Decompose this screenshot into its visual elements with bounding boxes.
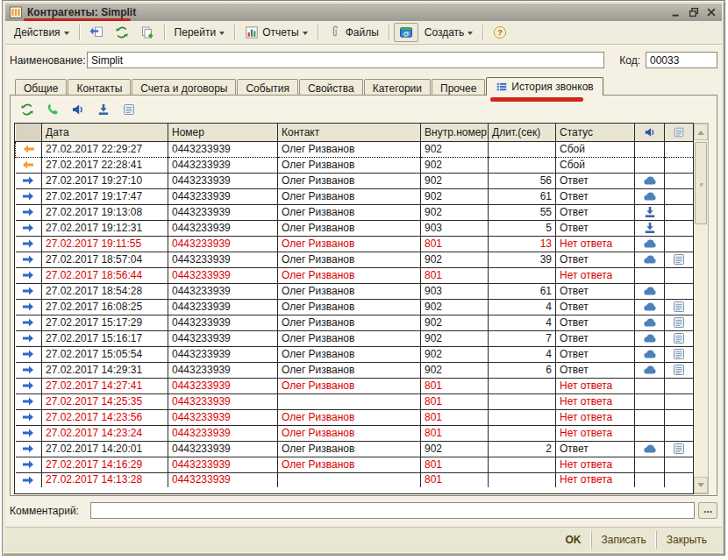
column-header-Статус[interactable]: Статус	[556, 124, 635, 141]
note-cell[interactable]	[665, 330, 694, 346]
call-row[interactable]: 27.02.2017 15:05:540443233939Олег Ризван…	[16, 346, 694, 362]
reports-menu-button[interactable]: Отчеты	[239, 23, 312, 42]
column-header-speaker-icon[interactable]	[635, 124, 665, 141]
tab-sobytiya[interactable]: События	[237, 79, 298, 95]
title-bar[interactable]: Контрагенты: Simplit	[5, 4, 722, 21]
copy-button[interactable]	[135, 23, 160, 42]
call-status: Ответ	[556, 441, 635, 457]
note-cell[interactable]	[665, 346, 694, 362]
listen-button[interactable]	[69, 101, 87, 118]
column-header-Номер[interactable]: Номер	[168, 124, 278, 141]
call-row[interactable]: 27.02.2017 16:08:250443233939Олег Ризван…	[16, 299, 694, 315]
ok-button[interactable]: OK	[556, 531, 591, 549]
download-record-button[interactable]	[95, 101, 112, 118]
cloud-icon	[643, 442, 657, 456]
call-date: 27.02.2017 18:56:44	[42, 267, 168, 283]
outgoing-arrow-icon	[21, 205, 35, 219]
tab-kontakty[interactable]: Контакты	[68, 79, 131, 95]
scrollbar-track[interactable]	[694, 226, 708, 477]
create-menu-button[interactable]: Создать	[419, 24, 479, 41]
column-header-Длит.(сек)[interactable]: Длит.(сек)	[489, 124, 556, 141]
tab-istoriya-zvonkov[interactable]: История звонков	[486, 77, 603, 96]
call-row[interactable]: 27.02.2017 14:13:280443233939801Нет отве…	[16, 472, 694, 487]
column-header-Контакт[interactable]: Контакт	[278, 124, 421, 141]
note-cell[interactable]	[665, 315, 694, 330]
call-duration: 6	[489, 362, 556, 378]
recording-cell[interactable]	[635, 188, 665, 204]
call-row[interactable]: 27.02.2017 15:17:290443233939Олег Ризван…	[16, 315, 694, 330]
call-row[interactable]: 27.02.2017 18:54:280443233939Олег Ризван…	[16, 283, 694, 299]
note-cell[interactable]	[665, 441, 694, 457]
name-input[interactable]	[87, 52, 604, 68]
recording-cell[interactable]	[635, 220, 665, 236]
note-button[interactable]	[120, 101, 138, 118]
comment-input[interactable]	[90, 502, 695, 519]
code-input[interactable]	[646, 52, 717, 68]
tab-obshchie[interactable]: Общие	[15, 79, 67, 95]
email-button[interactable]	[394, 23, 418, 42]
recording-cell[interactable]	[635, 252, 665, 267]
call-duration	[489, 393, 556, 409]
call-row[interactable]: 27.02.2017 14:25:350443233939801Нет отве…	[16, 393, 694, 409]
goto-menu-button[interactable]: Перейти	[169, 24, 231, 41]
call-row[interactable]: 27.02.2017 14:23:560443233939Олег Ризван…	[16, 409, 694, 425]
call-row[interactable]: 27.02.2017 19:13:080443233939Олег Ризван…	[16, 204, 694, 220]
call-row[interactable]: 27.02.2017 19:12:310443233939Олег Ризван…	[16, 220, 694, 236]
vertical-scrollbar[interactable]	[694, 123, 709, 494]
call-button[interactable]	[44, 101, 61, 118]
call-status: Ответ	[556, 283, 635, 299]
call-row[interactable]: 27.02.2017 19:17:470443233939Олег Ризван…	[16, 188, 694, 204]
call-row[interactable]: 27.02.2017 14:16:290443233939Олег Ризван…	[16, 457, 694, 472]
column-header-Внутр.номер[interactable]: Внутр.номер	[421, 124, 489, 141]
call-row[interactable]: 27.02.2017 14:29:310443233939Олег Ризван…	[16, 362, 694, 378]
scrollbar-thumb[interactable]	[695, 142, 707, 224]
close-button[interactable]	[704, 6, 718, 18]
scroll-up-button[interactable]	[694, 124, 708, 140]
column-header-note-icon[interactable]	[665, 124, 694, 141]
call-row[interactable]: 27.02.2017 14:20:010443233939Олег Ризван…	[16, 441, 694, 457]
column-header-marker[interactable]	[16, 124, 42, 141]
column-header-Дата[interactable]: Дата	[42, 124, 168, 141]
recording-cell[interactable]	[635, 283, 665, 299]
call-row[interactable]: 27.02.2017 14:23:240443233939Олег Ризван…	[16, 425, 694, 441]
call-row[interactable]: 27.02.2017 18:57:040443233939Олег Ризван…	[16, 252, 694, 267]
scroll-down-button[interactable]	[694, 477, 708, 493]
call-row[interactable]: 27.02.2017 19:27:100443233939Олег Ризван…	[16, 173, 694, 188]
tab-scheta-i-dogovory[interactable]: Счета и договоры	[132, 79, 236, 95]
recording-cell[interactable]	[635, 315, 665, 330]
call-row[interactable]: 27.02.2017 22:29:270443233939Олег Ризван…	[16, 141, 694, 157]
refresh-button[interactable]	[110, 23, 134, 42]
note-icon	[672, 315, 686, 330]
comment-more-button[interactable]: ...	[698, 502, 717, 519]
save-button[interactable]: Записать	[591, 531, 656, 549]
recording-cell[interactable]	[635, 299, 665, 315]
tab-kategorii[interactable]: Категории	[364, 79, 431, 95]
refresh-calls-button[interactable]	[18, 101, 36, 118]
note-cell[interactable]	[665, 252, 694, 267]
call-row[interactable]: 27.02.2017 19:11:550443233939Олег Ризван…	[16, 236, 694, 252]
minimize-button[interactable]	[669, 6, 683, 18]
call-row[interactable]: 27.02.2017 18:56:440443233939Олег Ризван…	[16, 267, 694, 283]
tab-prochee[interactable]: Прочее	[432, 79, 485, 95]
recording-cell[interactable]	[635, 441, 665, 457]
recording-cell[interactable]	[635, 236, 665, 252]
recording-cell[interactable]	[635, 362, 665, 378]
tab-svoystva[interactable]: Свойства	[299, 79, 363, 95]
help-button[interactable]	[488, 23, 512, 42]
call-number: 0443233939	[168, 173, 278, 188]
actions-menu-button[interactable]: Действия	[9, 24, 75, 41]
restore-button[interactable]	[687, 6, 701, 18]
call-row[interactable]: 27.02.2017 22:28:410443233939Олег Ризван…	[16, 157, 694, 173]
call-row[interactable]: 27.02.2017 14:27:410443233939Олег Ризван…	[16, 378, 694, 393]
close-form-button[interactable]: Закрыть	[656, 531, 717, 549]
reread-button[interactable]	[84, 23, 109, 42]
recording-cell[interactable]	[635, 204, 665, 220]
files-button[interactable]: Файлы	[323, 23, 384, 42]
recording-cell[interactable]	[635, 330, 665, 346]
note-cell[interactable]	[665, 362, 694, 378]
recording-cell[interactable]	[635, 346, 665, 362]
note-cell[interactable]	[665, 299, 694, 315]
cloud-icon	[643, 284, 657, 298]
recording-cell[interactable]	[635, 173, 665, 188]
call-row[interactable]: 27.02.2017 15:16:170443233939Олег Ризван…	[16, 330, 694, 346]
